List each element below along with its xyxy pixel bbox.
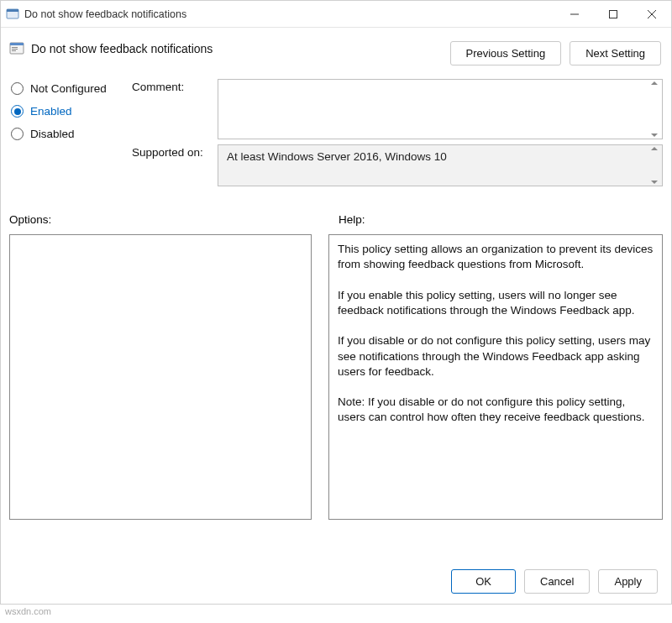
radio-icon [11, 128, 24, 140]
options-pane[interactable] [9, 234, 312, 520]
apply-button[interactable]: Apply [598, 569, 658, 594]
window-controls [555, 1, 671, 28]
supported-on-label: Supported on: [132, 144, 213, 159]
svg-rect-9 [12, 49, 18, 50]
policy-icon [9, 41, 24, 56]
ok-button[interactable]: OK [451, 569, 516, 594]
next-setting-button[interactable]: Next Setting [570, 41, 661, 65]
scroll-down-icon[interactable] [648, 181, 660, 184]
panes-row: This policy setting allows an organizati… [9, 234, 663, 558]
help-text: This policy setting allows an organizati… [338, 243, 656, 423]
svg-rect-3 [610, 10, 617, 18]
options-section-label: Options: [9, 213, 322, 226]
radio-disabled[interactable]: Disabled [11, 128, 127, 140]
supported-on-box: At least Windows Server 2016, Windows 10 [218, 144, 663, 186]
window-title: Do not show feedback notifications [24, 8, 555, 20]
scroll-down-icon[interactable] [648, 134, 660, 137]
minimize-button[interactable] [555, 1, 594, 28]
scroll-up-icon[interactable] [648, 147, 660, 150]
help-pane[interactable]: This policy setting allows an organizati… [328, 234, 663, 520]
supported-on-value: At least Windows Server 2016, Windows 10 [227, 150, 447, 163]
radio-not-configured[interactable]: Not Configured [11, 82, 127, 95]
radio-label: Disabled [30, 128, 75, 140]
cancel-button[interactable]: Cancel [524, 569, 590, 594]
radio-icon [11, 82, 24, 95]
svg-rect-10 [12, 50, 16, 51]
policy-dialog: Do not show feedback notifications [0, 0, 672, 605]
scroll-up-icon[interactable] [648, 81, 660, 85]
section-labels: Options: Help: [9, 213, 663, 226]
policy-title: Do not show feedback notifications [31, 42, 213, 55]
maximize-button[interactable] [594, 1, 633, 28]
svg-rect-7 [10, 43, 24, 45]
radio-enabled[interactable]: Enabled [11, 105, 127, 118]
state-radio-group: Not Configured Enabled Disabled [9, 79, 127, 140]
radio-label: Not Configured [30, 82, 107, 95]
previous-setting-button[interactable]: Previous Setting [450, 41, 562, 65]
help-section-label: Help: [339, 213, 663, 226]
radio-icon [11, 105, 24, 118]
dialog-content: Do not show feedback notifications Previ… [1, 28, 671, 604]
policy-config-area: Not Configured Enabled Disabled Comment:… [9, 79, 663, 191]
close-button[interactable] [633, 1, 671, 28]
policy-header: Do not show feedback notifications Previ… [9, 36, 663, 74]
comment-label: Comment: [132, 79, 213, 93]
svg-rect-1 [7, 9, 18, 12]
radio-label: Enabled [30, 105, 72, 118]
svg-rect-8 [12, 47, 18, 48]
dialog-footer: OK Cancel Apply [9, 558, 663, 604]
comment-input[interactable] [218, 79, 663, 139]
window-icon [6, 8, 19, 21]
watermark-text: wsxdn.com [5, 606, 51, 616]
titlebar: Do not show feedback notifications [1, 1, 671, 28]
